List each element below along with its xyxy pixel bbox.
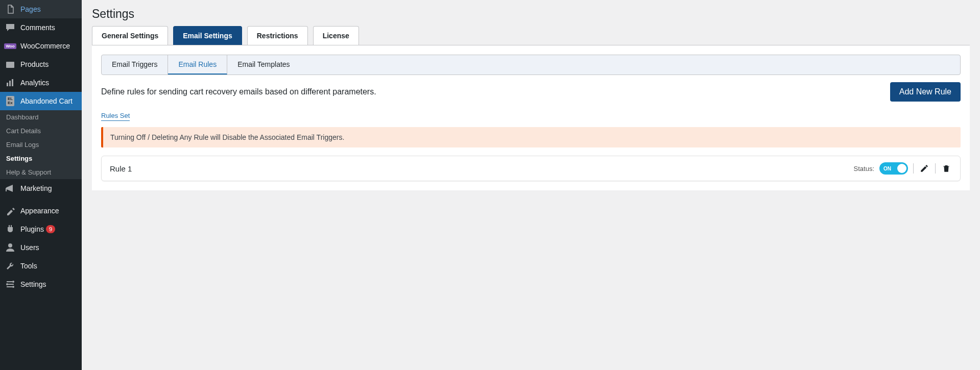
- sidebar-item-settings[interactable]: Settings: [0, 275, 82, 293]
- sidebar-label: Comments: [20, 23, 55, 32]
- sidebar-label: Abandoned Cart: [20, 97, 73, 105]
- abandoned-cart-submenu: Dashboard Cart Details Email Logs Settin…: [0, 110, 82, 179]
- tools-icon: [5, 261, 15, 271]
- svg-rect-5: [7, 281, 12, 282]
- edit-icon: [920, 164, 929, 173]
- status-label: Status:: [854, 165, 874, 172]
- sidebar-item-analytics[interactable]: Analytics: [0, 73, 82, 92]
- plugins-update-badge: 9: [46, 225, 55, 233]
- add-new-rule-button[interactable]: Add New Rule: [890, 82, 961, 102]
- rule-name: Rule 1: [110, 164, 132, 173]
- sidebar-label: Appearance: [20, 207, 59, 215]
- settings-panel: Email Triggers Email Rules Email Templat…: [92, 45, 970, 190]
- toggle-on-text: ON: [883, 166, 891, 171]
- submenu-help-support[interactable]: Help & Support: [0, 165, 82, 179]
- appearance-icon: [5, 206, 15, 216]
- sidebar-item-pages[interactable]: Pages: [0, 0, 82, 18]
- svg-point-10: [12, 286, 14, 288]
- rules-set-label: Rules Set: [101, 112, 130, 121]
- tab-general-settings[interactable]: General Settings: [92, 26, 168, 45]
- marketing-icon: [5, 183, 15, 193]
- rule-status-toggle[interactable]: ON: [879, 162, 908, 175]
- svg-rect-2: [9, 81, 11, 86]
- sidebar-label: Marketing: [20, 184, 52, 192]
- settings-icon: [5, 279, 15, 289]
- sidebar-item-plugins[interactable]: Plugins 9: [0, 220, 82, 238]
- plugins-icon: [5, 224, 15, 234]
- tab-restrictions[interactable]: Restrictions: [247, 26, 308, 45]
- page-title: Settings: [92, 0, 970, 26]
- admin-sidebar: Pages Comments Woo WooCommerce Products …: [0, 0, 82, 370]
- sidebar-item-users[interactable]: Users: [0, 238, 82, 257]
- svg-rect-1: [7, 83, 8, 86]
- woocommerce-icon: Woo: [5, 41, 15, 51]
- rule-row: Rule 1 Status: ON: [101, 156, 961, 181]
- abandoned-cart-icon: ELEx: [5, 96, 15, 106]
- svg-rect-0: [6, 62, 14, 68]
- users-icon: [5, 242, 15, 253]
- svg-point-8: [12, 281, 14, 283]
- subtab-email-triggers[interactable]: Email Triggers: [102, 55, 168, 75]
- settings-tabs: General Settings Email Settings Restrict…: [92, 26, 970, 45]
- sidebar-label: Plugins: [20, 225, 44, 233]
- sidebar-label: Tools: [20, 262, 37, 270]
- sidebar-item-tools[interactable]: Tools: [0, 257, 82, 275]
- trash-icon: [942, 164, 951, 173]
- sidebar-label: Settings: [20, 280, 46, 288]
- divider: [935, 163, 936, 174]
- analytics-icon: [5, 78, 15, 88]
- sidebar-item-marketing[interactable]: Marketing: [0, 179, 82, 198]
- delete-rule-button[interactable]: [941, 163, 952, 174]
- submenu-email-logs[interactable]: Email Logs: [0, 138, 82, 152]
- sidebar-label: Analytics: [20, 79, 49, 87]
- sidebar-item-woocommerce[interactable]: Woo WooCommerce: [0, 37, 82, 55]
- sidebar-label: Users: [20, 243, 39, 252]
- svg-point-4: [8, 243, 12, 248]
- divider: [913, 163, 914, 174]
- submenu-settings[interactable]: Settings: [0, 152, 82, 165]
- sidebar-item-comments[interactable]: Comments: [0, 18, 82, 37]
- section-label-wrap: Rules Set: [101, 111, 961, 127]
- tab-license[interactable]: License: [313, 26, 359, 45]
- toggle-knob: [897, 164, 906, 173]
- subtab-email-templates[interactable]: Email Templates: [227, 55, 300, 75]
- warning-alert: Turning Off / Deleting Any Rule will Dis…: [101, 127, 961, 147]
- sidebar-label: Products: [20, 60, 49, 68]
- tab-email-settings[interactable]: Email Settings: [173, 26, 242, 45]
- svg-point-9: [6, 283, 8, 285]
- svg-rect-3: [12, 79, 13, 86]
- sidebar-label: Pages: [20, 5, 41, 13]
- edit-rule-button[interactable]: [919, 163, 930, 174]
- email-subtabs: Email Triggers Email Rules Email Templat…: [101, 55, 961, 75]
- sidebar-item-abandoned-cart[interactable]: ELEx Abandoned Cart: [0, 92, 82, 110]
- submenu-cart-details[interactable]: Cart Details: [0, 124, 82, 138]
- submenu-dashboard[interactable]: Dashboard: [0, 110, 82, 124]
- svg-rect-6: [8, 284, 14, 285]
- sidebar-label: WooCommerce: [20, 42, 70, 50]
- page-description: Define rules for sending cart recovery e…: [101, 87, 376, 96]
- pages-icon: [5, 4, 15, 14]
- comments-icon: [5, 22, 15, 33]
- main-content: Settings General Settings Email Settings…: [82, 0, 980, 370]
- subtab-email-rules[interactable]: Email Rules: [168, 55, 227, 75]
- sidebar-item-products[interactable]: Products: [0, 55, 82, 73]
- rule-actions: Status: ON: [854, 162, 952, 175]
- svg-rect-7: [7, 286, 12, 287]
- description-row: Define rules for sending cart recovery e…: [101, 82, 961, 102]
- products-icon: [5, 59, 15, 69]
- sidebar-item-appearance[interactable]: Appearance: [0, 202, 82, 220]
